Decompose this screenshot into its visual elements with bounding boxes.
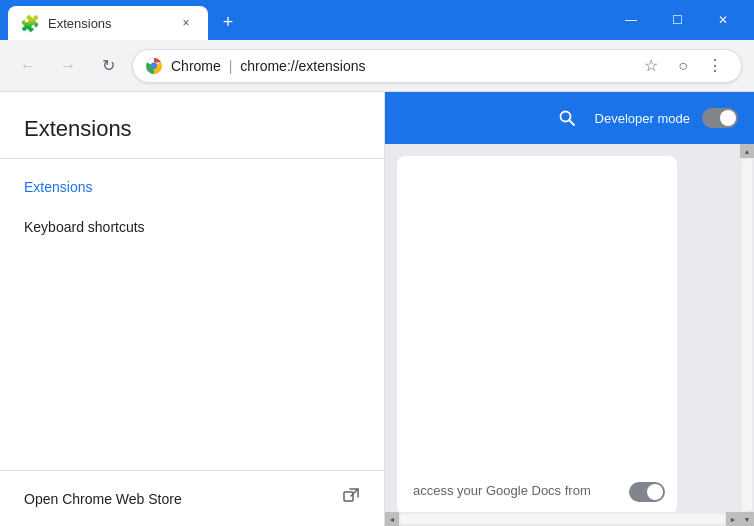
svg-point-2 <box>151 63 157 69</box>
scroll-down-arrow[interactable]: ▼ <box>740 512 754 526</box>
vertical-scrollbar[interactable]: ▲ ▼ <box>740 144 754 526</box>
developer-mode-toggle[interactable] <box>702 108 738 128</box>
scroll-up-arrow[interactable]: ▲ <box>740 144 754 158</box>
content-area: Developer mode ▲ ▼ access your Google Do… <box>385 92 754 526</box>
close-button[interactable]: ✕ <box>700 0 746 40</box>
sidebar-footer-open-store[interactable]: Open Chrome Web Store <box>0 470 384 526</box>
sidebar-header: Extensions <box>0 92 384 159</box>
sidebar-item-extensions[interactable]: Extensions <box>0 167 384 207</box>
scroll-right-arrow[interactable]: ► <box>726 512 740 526</box>
sidebar-nav: Extensions Keyboard shortcuts <box>0 159 384 470</box>
svg-line-6 <box>569 120 574 125</box>
toggle-knob <box>720 110 736 126</box>
address-text: Chrome | chrome://extensions <box>171 58 629 74</box>
chrome-logo-icon <box>145 57 163 75</box>
card-description: access your Google Docs from <box>413 483 661 498</box>
card-toggle-knob <box>647 484 663 500</box>
sidebar: Extensions Extensions Keyboard shortcuts… <box>0 92 385 526</box>
tab-extension-icon: 🧩 <box>20 14 40 33</box>
content-body: ▲ ▼ access your Google Docs from ◄ ► <box>385 144 754 526</box>
address-icons: ☆ ○ ⋮ <box>637 52 729 80</box>
address-bar[interactable]: Chrome | chrome://extensions ☆ ○ ⋮ <box>132 49 742 83</box>
card-toggle[interactable] <box>629 482 665 502</box>
brand-text: Chrome <box>171 58 221 74</box>
back-button[interactable]: ← <box>12 50 44 82</box>
address-separator: | <box>229 58 233 74</box>
content-header: Developer mode <box>385 92 754 144</box>
titlebar: 🧩 Extensions × + — ☐ ✕ <box>0 0 754 40</box>
dev-mode-label: Developer mode <box>595 111 690 126</box>
tab-close-button[interactable]: × <box>176 13 196 33</box>
menu-icon[interactable]: ⋮ <box>701 52 729 80</box>
horizontal-scrollbar[interactable]: ◄ ► <box>385 512 740 526</box>
new-tab-button[interactable]: + <box>214 8 242 36</box>
external-link-icon <box>342 487 360 510</box>
extension-card: access your Google Docs from <box>397 156 677 514</box>
tab-title: Extensions <box>48 16 168 31</box>
sidebar-item-keyboard-shortcuts[interactable]: Keyboard shortcuts <box>0 207 384 247</box>
account-icon[interactable]: ○ <box>669 52 697 80</box>
scroll-left-arrow[interactable]: ◄ <box>385 512 399 526</box>
maximize-button[interactable]: ☐ <box>654 0 700 40</box>
window-controls: — ☐ ✕ <box>608 0 746 40</box>
sidebar-title: Extensions <box>24 116 132 141</box>
forward-button[interactable]: → <box>52 50 84 82</box>
tab-area: 🧩 Extensions × + <box>8 0 608 40</box>
open-store-label: Open Chrome Web Store <box>24 491 330 507</box>
extensions-tab[interactable]: 🧩 Extensions × <box>8 6 208 40</box>
main-content: Extensions Extensions Keyboard shortcuts… <box>0 92 754 526</box>
reload-button[interactable]: ↻ <box>92 50 124 82</box>
navbar: ← → ↻ Chrome | chrome://extensions ☆ ○ ⋮ <box>0 40 754 92</box>
bookmark-icon[interactable]: ☆ <box>637 52 665 80</box>
svg-rect-3 <box>344 492 353 501</box>
search-button[interactable] <box>551 102 583 134</box>
url-text: chrome://extensions <box>240 58 365 74</box>
minimize-button[interactable]: — <box>608 0 654 40</box>
